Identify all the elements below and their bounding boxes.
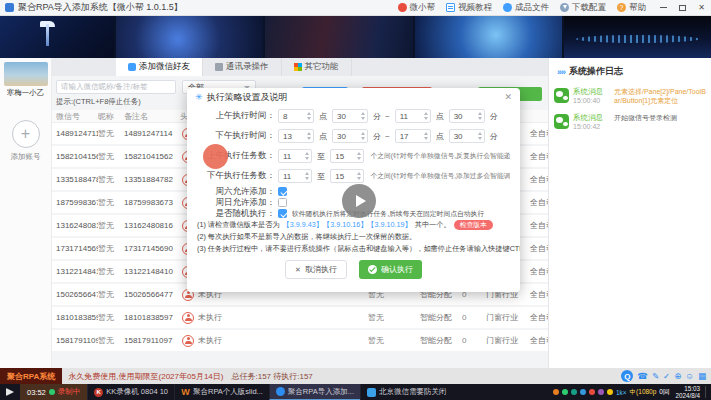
tray-icon[interactable] (580, 389, 586, 395)
table-row[interactable]: 18101838597 暂无 18101838597 未执行 暂无 智能分配 0… (52, 307, 548, 330)
avatar-icon (182, 312, 194, 324)
number-input[interactable]: 8 (278, 109, 314, 123)
unit-label: 点 (436, 111, 444, 122)
log-panel-title[interactable]: 系统操作日志 (549, 58, 711, 83)
spinner-arrows[interactable] (307, 112, 311, 120)
tray-icon[interactable] (571, 389, 577, 395)
spinner-arrows[interactable] (361, 132, 365, 140)
grid-icon[interactable]: ▦ (698, 371, 706, 381)
taskbar-item[interactable]: 北京微信需要防关闭 (360, 384, 453, 400)
number-input[interactable]: 15 (330, 149, 364, 163)
column-header[interactable] (530, 110, 548, 122)
video-play-button[interactable] (342, 184, 376, 218)
spinner-arrows[interactable] (305, 152, 309, 160)
taskbar-item[interactable]: W聚合RPA个人版slid... (174, 384, 269, 400)
phone-icon[interactable]: ☎ (637, 371, 648, 381)
add-account-button[interactable]: + (12, 120, 40, 148)
tray-icon[interactable] (607, 389, 613, 395)
number-input[interactable]: 30 (332, 129, 368, 143)
checkbox[interactable] (278, 209, 287, 218)
spinner-arrows[interactable] (478, 112, 482, 120)
remark-cell: 15821041562 (124, 145, 178, 168)
face-icon[interactable]: ☺ (685, 371, 694, 381)
minimize-button[interactable] (654, 0, 673, 16)
media-player-icon[interactable] (0, 384, 20, 400)
system-tray: 1k×中(1080p0回15:032024/8/4 (553, 384, 711, 400)
account-avatar[interactable] (4, 62, 48, 86)
column-header[interactable]: 微信号 (52, 110, 98, 122)
help-icon (617, 3, 626, 12)
maximize-button[interactable] (673, 0, 692, 16)
banner-image-robots (265, 16, 412, 58)
recording-indicator[interactable]: 03:52 录制中 (20, 384, 87, 400)
rpa-logo-icon[interactable]: Q (621, 370, 633, 382)
banner-image-waveform (564, 16, 711, 58)
remark-cell: 15817911097 (124, 329, 178, 352)
taskbar-clock[interactable]: 15:032024/8/4 (675, 385, 700, 399)
titlebar-action-person-red[interactable]: 微小帮 (398, 2, 436, 14)
log-entry[interactable]: 系统消息15:00:40 元素选择/Pane[2]/Pane/ToolBar/B… (549, 83, 711, 109)
number-input[interactable]: 30 (449, 109, 485, 123)
cancel-button[interactable]: 取消执行 (285, 260, 347, 279)
show-desktop-button[interactable] (705, 386, 708, 398)
number-input[interactable]: 15 (330, 169, 364, 183)
search-input[interactable]: 请输入微信昵称/备注/标签 (56, 80, 176, 94)
spinner-arrows[interactable] (424, 132, 428, 140)
tab-contacts[interactable]: 通讯录操作 (203, 58, 282, 76)
tray-icon[interactable] (562, 389, 568, 395)
log-meta: 系统消息15:00:40 (573, 87, 610, 104)
dialog-note: (2) 每次执行如果不是新导入的数据，将继续执行上一次保留的数据。 (187, 231, 520, 243)
spinner-arrows[interactable] (357, 152, 361, 160)
number-input[interactable]: 13 (278, 129, 314, 143)
titlebar-action-help[interactable]: 帮助 (617, 2, 646, 14)
tray-icon[interactable] (589, 389, 595, 395)
execution-settings-dialog: ✳ 执行策略设置及说明 ✕ 上午执行时间： 8点 30分 ~ 11点 30分 下… (187, 88, 520, 292)
status-bar: 聚合RPA系统 永久免费使用,使用期限至(2027年05月14日) 总任务:15… (0, 368, 711, 384)
column-header[interactable]: 备注名 (124, 110, 178, 122)
confirm-button[interactable]: 确认执行 (359, 260, 422, 279)
nickname-cell: 暂无 (98, 122, 124, 145)
dialog-close-icon[interactable]: ✕ (504, 92, 512, 102)
avatar-cell (178, 335, 198, 347)
spinner-arrows[interactable] (307, 132, 311, 140)
tray-icon[interactable] (598, 389, 604, 395)
titlebar-action-globe-blue[interactable]: 成品文件 (503, 2, 549, 14)
tab-windows[interactable]: 其它功能 (282, 58, 352, 76)
number-input[interactable]: 11 (395, 109, 431, 123)
edit-icon[interactable]: ✎ (652, 371, 659, 381)
titlebar-action-doc-blue[interactable]: 视频教程 (446, 2, 492, 14)
spinner-arrows[interactable] (424, 112, 428, 120)
titlebar-action-download[interactable]: 下载配置 (560, 2, 606, 14)
settings-icon: ✳ (195, 92, 203, 102)
number-input[interactable]: 11 (278, 169, 312, 183)
tab-wechat-add[interactable]: 添加微信好友 (116, 58, 203, 76)
industry-cell: 门窗行业 (486, 329, 530, 352)
check-version-button[interactable]: 检查版本 (454, 220, 493, 230)
spinner-arrows[interactable] (361, 112, 365, 120)
log-type: 系统消息 (573, 87, 610, 97)
spinner-arrows[interactable] (357, 172, 361, 180)
close-button[interactable]: ✕ (692, 0, 711, 16)
spinner-arrows[interactable] (305, 172, 309, 180)
kk-icon: K (94, 388, 103, 397)
number-input[interactable]: 30 (449, 129, 485, 143)
tray-icon[interactable] (553, 389, 559, 395)
add-icon[interactable]: ⊕ (674, 371, 681, 381)
remark-cell: 13351884782 (124, 168, 178, 191)
column-header[interactable]: 昵称 (98, 110, 124, 122)
banner-image-robot-face (415, 16, 562, 58)
log-time: 15:00:40 (573, 97, 610, 104)
spinner-arrows[interactable] (478, 132, 482, 140)
taskbar-item[interactable]: 聚合RPA导入添加... (269, 384, 360, 400)
number-input[interactable]: 17 (395, 129, 431, 143)
number-input[interactable]: 30 (332, 109, 368, 123)
remark-cell: 18101838597 (124, 306, 178, 329)
checkbox[interactable] (278, 187, 287, 196)
log-entry[interactable]: 系统消息15:00:42 开始微信号登录检测 (549, 109, 711, 134)
table-row[interactable]: 15817911097 暂无 15817911097 未执行 暂无 智能分配 0… (52, 330, 548, 353)
checkbox[interactable] (278, 198, 287, 207)
taskbar-item[interactable]: KKK录像机 0804 10 (87, 384, 174, 400)
check-icon[interactable]: ✓ (663, 371, 670, 381)
number-input[interactable]: 11 (278, 149, 312, 163)
tag-cell: 暂无 (368, 329, 420, 352)
